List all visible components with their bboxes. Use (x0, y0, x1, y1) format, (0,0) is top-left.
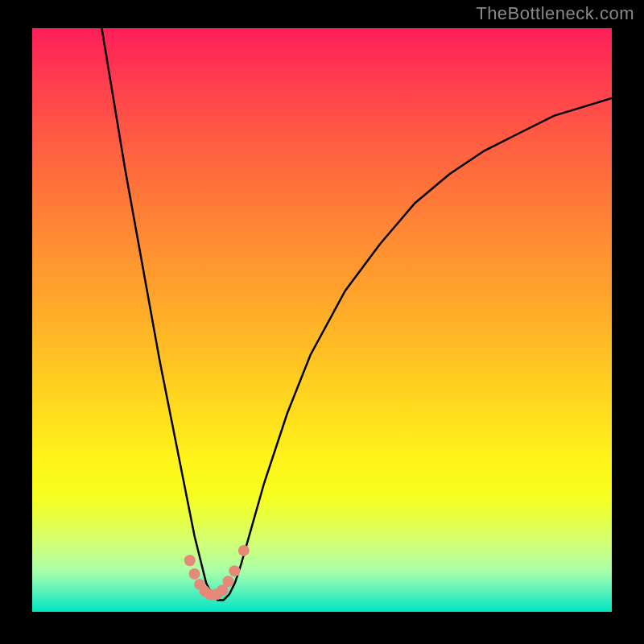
highlight-dot (222, 576, 233, 587)
highlight-dot (189, 568, 200, 580)
highlight-dot (229, 565, 240, 576)
watermark-text: TheBottleneck.com (476, 3, 634, 24)
highlight-dot (238, 545, 250, 556)
curve-layer (32, 28, 612, 612)
highlight-dot (184, 555, 196, 566)
bottleneck-curve (101, 28, 612, 601)
plot-area (32, 28, 612, 612)
chart-container: TheBottleneck.com (0, 0, 644, 644)
highlight-markers (184, 545, 250, 601)
